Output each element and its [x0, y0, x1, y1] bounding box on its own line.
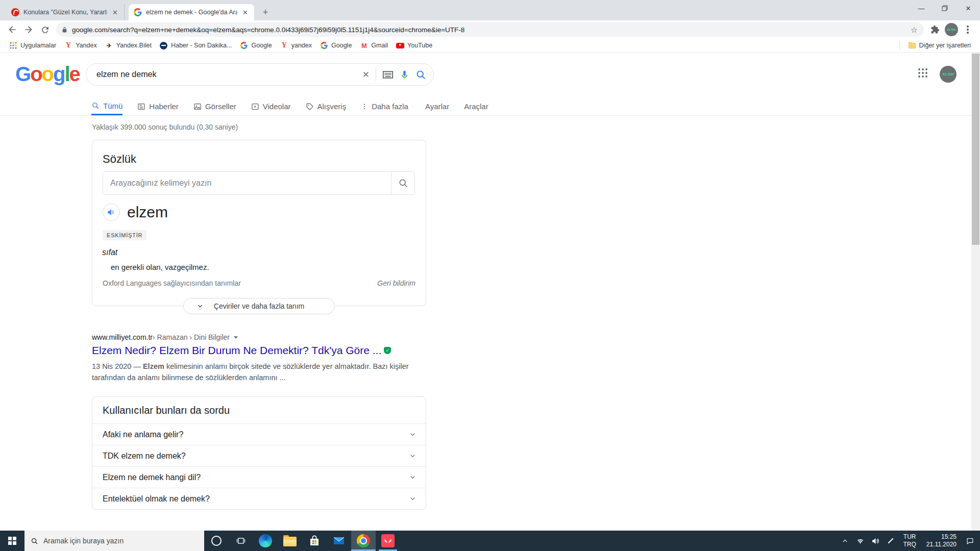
paa-title: Kullanıcılar bunları da sordu	[92, 397, 426, 423]
back-icon[interactable]	[4, 21, 20, 38]
paa-question-2[interactable]: TDK elzem ne demek?	[92, 445, 426, 466]
taskbar-file-explorer[interactable]	[278, 531, 302, 551]
bookmark-youtube[interactable]: YouTube	[392, 40, 436, 51]
pen-icon[interactable]	[885, 534, 897, 548]
action-center-icon[interactable]	[964, 534, 976, 548]
dictionary-title: Sözlük	[103, 153, 136, 166]
other-bookmarks[interactable]: Diğer yer işaretleri	[904, 40, 975, 51]
clear-query-icon[interactable]: ✕	[362, 69, 370, 80]
extensions-puzzle-icon[interactable]	[927, 21, 943, 38]
bookmark-yandex-2[interactable]: Yyandex	[276, 40, 316, 51]
volume-icon[interactable]	[869, 534, 881, 548]
profile-avatar[interactable]: KLİSH	[943, 21, 960, 38]
tab2-close-icon[interactable]: ✕	[241, 9, 249, 16]
paa-question-1[interactable]: Afaki ne anlama gelir?	[92, 423, 426, 445]
nav-tab-videos[interactable]: Videolar	[251, 97, 291, 115]
chrome-menu-icon[interactable]	[960, 21, 976, 38]
nav-tab-images[interactable]: Görseller	[193, 97, 236, 115]
address-bar[interactable]: ☆	[56, 22, 924, 37]
language-indicator[interactable]: TUR TRQ	[900, 533, 919, 548]
windows-logo-icon	[8, 537, 17, 545]
start-button[interactable]	[0, 531, 24, 551]
chevron-down-icon	[409, 431, 416, 438]
google-account-avatar[interactable]: KLİSH	[940, 66, 957, 83]
dictionary-feedback-link[interactable]: Geri bildirim	[377, 279, 415, 287]
bookmark-yandex[interactable]: YYandex	[60, 40, 101, 51]
tab1-close-icon[interactable]: ✕	[111, 9, 119, 16]
taskbar-store[interactable]	[302, 531, 327, 551]
taskbar-mail[interactable]	[327, 531, 351, 551]
nav-tab-shopping[interactable]: Alışveriş	[306, 97, 347, 115]
voice-search-mic-icon[interactable]	[400, 70, 409, 80]
tab-konulara[interactable]: Konulara "Güzel Konu, Yararlı Ko ✕	[6, 4, 125, 20]
part-of-speech: sıfat	[102, 248, 117, 257]
bookmark-apps[interactable]: Uygulamalar	[5, 40, 60, 51]
youtube-icon	[396, 43, 404, 48]
url-input[interactable]	[72, 26, 910, 34]
result-title-link[interactable]: Elzem Nedir? Elzem Bir Durum Ne Demektir…	[92, 344, 429, 357]
taskbar-edge[interactable]	[253, 531, 278, 551]
lock-icon	[61, 27, 68, 33]
pronounce-speaker-icon[interactable]	[103, 204, 120, 221]
yandex-icon: Y	[64, 41, 72, 49]
scrollbar-thumb[interactable]	[972, 54, 979, 245]
restore-button[interactable]	[933, 0, 957, 16]
keyboard-icon[interactable]	[382, 70, 394, 79]
tab-google-search[interactable]: elzem ne demek - Google'da Ara ✕	[129, 4, 254, 20]
reload-icon[interactable]	[37, 21, 53, 38]
taskbar-clock[interactable]: 15:25 21.11.2020	[922, 533, 961, 548]
bookmark-gmail[interactable]: MGmail	[356, 40, 392, 51]
tray-chevron-up-icon[interactable]	[839, 534, 851, 548]
microsoft-store-icon	[308, 535, 321, 547]
search-submit-icon[interactable]	[415, 69, 426, 80]
dictionary-search-button[interactable]	[391, 172, 414, 194]
taskbar-search-input[interactable]	[43, 537, 186, 545]
task-view-button[interactable]	[229, 531, 253, 551]
search-query-input[interactable]	[96, 70, 356, 79]
translations-expander[interactable]: Çeviriler ve daha fazla tanım	[183, 298, 335, 314]
result-domain: www.milliyet.com.tr	[92, 333, 153, 341]
search-icon	[31, 537, 38, 545]
bookmark-star-icon[interactable]: ☆	[910, 25, 919, 35]
tab-strip: Konulara "Güzel Konu, Yararlı Ko ✕ elzem…	[0, 0, 980, 20]
google-logo[interactable]: Google	[15, 63, 80, 86]
windows-taskbar: TUR TRQ 15:25 21.11.2020	[0, 531, 980, 551]
verified-check-icon: ✓	[384, 347, 391, 354]
nav-tools[interactable]: Araçlar	[464, 97, 488, 115]
result-breadcrumb[interactable]: www.milliyet.com.tr › Ramazan › Dini Bil…	[92, 333, 429, 341]
cortana-icon	[211, 536, 222, 546]
dictionary-search-box[interactable]	[103, 171, 415, 195]
nav-tab-news[interactable]: Haberler	[137, 97, 179, 115]
bookmark-haber[interactable]: Haber - Son Dakika...	[156, 40, 236, 51]
nav-tab-more[interactable]: Daha fazla	[361, 97, 408, 115]
paa-question-4[interactable]: Entelektüel olmak ne demek?	[92, 488, 426, 509]
bookmark-google-1[interactable]: Google	[236, 40, 276, 51]
paa-question-3[interactable]: Elzem ne demek hangi dil?	[92, 466, 426, 488]
result-options-caret-icon[interactable]	[234, 336, 238, 339]
mail-icon	[333, 535, 345, 547]
nav-tab-all[interactable]: Tümü	[91, 97, 122, 115]
result-path: › Ramazan › Dini Bilgiler	[153, 333, 230, 341]
plane-icon: ✈	[105, 41, 113, 49]
dictionary-search-input[interactable]	[103, 172, 391, 194]
gmail-icon: M	[360, 41, 368, 49]
screen: Konulara "Güzel Konu, Yararlı Ko ✕ elzem…	[0, 0, 980, 551]
chevron-down-icon	[409, 473, 416, 481]
forward-icon[interactable]	[20, 21, 37, 38]
new-tab-button[interactable]: +	[258, 5, 273, 19]
definition-text: en gerekli olan, vazgeçilmez.	[111, 263, 209, 271]
taskbar-valorant[interactable]	[376, 531, 400, 551]
taskbar-search-box[interactable]	[24, 531, 204, 551]
cortana-button[interactable]	[204, 531, 229, 551]
google-search-box[interactable]: ✕	[86, 63, 434, 86]
taskbar-chrome[interactable]	[351, 531, 376, 551]
google-apps-grid-icon[interactable]	[918, 68, 928, 80]
close-window-button[interactable]: ✕	[957, 0, 980, 16]
wifi-icon[interactable]	[854, 534, 866, 548]
nav-settings[interactable]: Ayarlar	[425, 97, 449, 115]
bookmarks-bar: Uygulamalar YYandex ✈Yandex.Bilet Haber …	[0, 39, 980, 53]
bookmark-yandex-bilet[interactable]: ✈Yandex.Bilet	[101, 40, 156, 51]
bookmark-google-2[interactable]: Google	[316, 40, 356, 51]
minimize-button[interactable]: —	[910, 0, 933, 16]
scrollbar-track[interactable]	[971, 53, 980, 531]
